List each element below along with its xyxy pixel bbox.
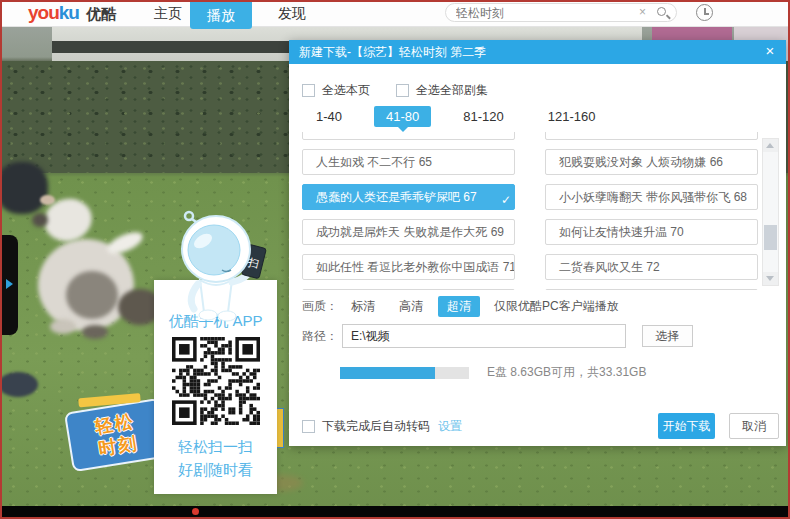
scroll-up-button[interactable] — [763, 139, 778, 152]
episode-button[interactable]: 二货春风吹又生 72 — [545, 254, 758, 280]
episode-button[interactable]: 成功就是屌炸天 失败就是作大死 69 — [302, 219, 515, 245]
episode-button-partial[interactable] — [545, 132, 758, 140]
quality-row: 画质： 标清 高清 超清 仅限优酷PC客户端播放 — [302, 296, 619, 317]
scan-hint-line2: 好剧随时看 — [154, 461, 277, 480]
episode-button-selected[interactable]: 愚蠢的人类还是乖乖铲屎吧 67✓ — [302, 184, 515, 210]
tab-121-160[interactable]: 121-160 — [536, 106, 608, 127]
player-progress-dot — [192, 508, 199, 515]
clear-search-icon[interactable]: × — [639, 5, 646, 19]
search-input[interactable] — [456, 5, 636, 20]
youku-logo[interactable]: youku — [28, 2, 79, 24]
disk-space-text: E盘 8.63GB可用，共33.31GB — [487, 364, 646, 381]
checkbox-icon — [302, 84, 315, 97]
disk-bar-fill — [340, 367, 435, 379]
path-row: 路径： 选择 — [302, 324, 693, 348]
checkbox-icon — [396, 84, 409, 97]
episode-button[interactable]: 人生如戏 不二不行 65 — [302, 149, 515, 175]
search-box: × — [445, 3, 677, 22]
disk-space-row: E盘 8.63GB可用，共33.31GB — [302, 364, 646, 381]
quality-option-hd[interactable]: 高清 — [390, 296, 432, 317]
download-path-input[interactable] — [342, 324, 626, 348]
dog-rolling-on-grass — [30, 197, 170, 362]
episode-list-scrollbar[interactable] — [762, 138, 779, 286]
cancel-button[interactable]: 取消 — [729, 413, 779, 439]
checkmark-icon: ✓ — [501, 188, 511, 210]
episode-range-tabs: 1-40 41-80 81-120 121-160 — [304, 104, 607, 128]
disk-usage-bar — [340, 367, 469, 379]
episode-button-partial[interactable] — [302, 289, 515, 290]
transcode-settings-link[interactable]: 设置 — [438, 418, 462, 435]
tab-1-40[interactable]: 1-40 — [304, 106, 354, 127]
episode-button-partial[interactable] — [545, 289, 758, 290]
episode-button[interactable]: 小小妖孽嗨翻天 带你风骚带你飞 68 — [545, 184, 758, 210]
side-panel-tab[interactable] — [2, 235, 18, 335]
nav-home[interactable]: 主页 — [154, 5, 182, 23]
episode-button-partial[interactable] — [302, 132, 515, 140]
history-clock-icon[interactable] — [696, 4, 713, 21]
qr-code — [172, 337, 260, 425]
checkbox-icon — [302, 420, 315, 433]
play-arrow-icon — [6, 279, 13, 289]
nav-discover[interactable]: 发现 — [278, 5, 306, 23]
scrollbar-thumb[interactable] — [764, 225, 777, 250]
quality-label: 画质： — [302, 298, 342, 315]
top-navbar: youku 优酷 主页 播放 发现 × — [2, 2, 788, 27]
dialog-title: 新建下载-【综艺】轻松时刻 第二季 — [289, 40, 786, 64]
quality-option-uhd[interactable]: 超清 — [438, 296, 480, 317]
path-label: 路径： — [302, 328, 342, 345]
quality-option-sd[interactable]: 标清 — [342, 296, 384, 317]
auto-transcode-checkbox[interactable]: 下载完成后自动转码 — [302, 418, 430, 435]
select-all-episodes-checkbox[interactable]: 全选全部剧集 — [396, 82, 488, 99]
episode-button[interactable]: 如此任性 看逗比老外教你中国成语 71 — [302, 254, 515, 280]
dialog-footer: 下载完成后自动转码 设置 开始下载 取消 — [302, 412, 779, 440]
arrow-down-icon — [766, 276, 774, 281]
episode-button[interactable]: 犯贱耍贱没对象 人烦动物嫌 66 — [545, 149, 758, 175]
select-row: 全选本页 全选全部剧集 — [302, 82, 488, 99]
select-page-checkbox[interactable]: 全选本页 — [302, 82, 370, 99]
youku-logo-cn: 优酷 — [86, 5, 116, 24]
video-bottom-bar — [2, 506, 788, 517]
screen: youku 优酷 主页 播放 发现 × — [0, 0, 790, 519]
quality-note: 仅限优酷PC客户端播放 — [494, 298, 619, 315]
start-download-button[interactable]: 开始下载 — [658, 413, 715, 439]
choose-path-button[interactable]: 选择 — [642, 325, 693, 347]
youku-mascot: 扫 — [170, 208, 270, 326]
close-icon[interactable]: × — [760, 40, 780, 64]
arrow-up-icon — [766, 143, 774, 148]
search-icon[interactable] — [657, 7, 666, 16]
nav-play-active[interactable]: 播放 — [190, 2, 252, 29]
tab-41-80[interactable]: 41-80 — [374, 106, 431, 127]
episode-list: 人生如戏 不二不行 65 犯贱耍贱没对象 人烦动物嫌 66 愚蠢的人类还是乖乖铲… — [302, 132, 759, 290]
tab-81-120[interactable]: 81-120 — [451, 106, 515, 127]
download-dialog: 新建下载-【综艺】轻松时刻 第二季 × 全选本页 全选全部剧集 1-40 41-… — [289, 40, 786, 446]
episode-button[interactable]: 如何让友情快速升温 70 — [545, 219, 758, 245]
scan-hint-line1: 轻松扫一扫 — [154, 438, 277, 457]
scroll-down-button[interactable] — [763, 272, 778, 285]
